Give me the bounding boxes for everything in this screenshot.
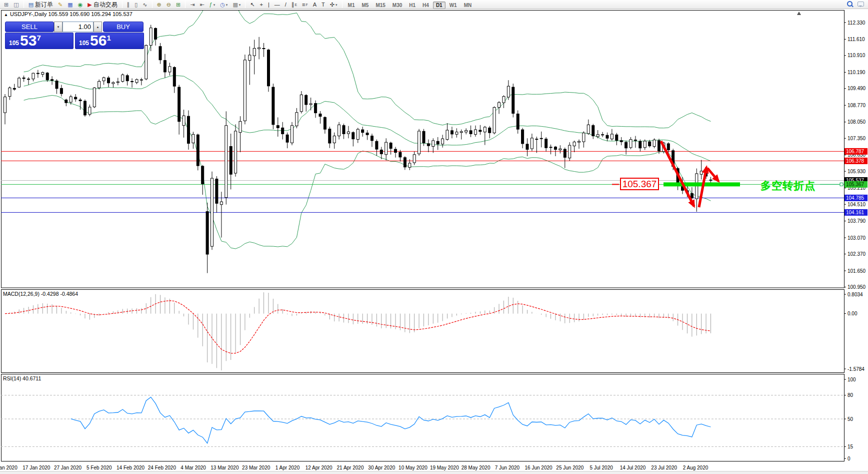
buy-button[interactable]: BUY <box>103 22 144 32</box>
fibonacci-button[interactable]: ≡F <box>300 1 310 9</box>
timeframe-m30[interactable]: M30 <box>390 2 405 9</box>
horizontal-line-button[interactable]: — <box>272 1 282 9</box>
bar-chart-icon: ∥ <box>127 1 130 9</box>
profiles-button[interactable]: ◫ <box>12 1 20 9</box>
new-order-icon: ▤ <box>28 1 34 9</box>
svg-text:100.950: 100.950 <box>848 284 866 290</box>
timeframe-d1[interactable]: D1 <box>433 2 446 9</box>
svg-text:110.910: 110.910 <box>848 53 866 58</box>
tile-windows-button[interactable]: ⊞ <box>174 1 182 9</box>
volume-input[interactable] <box>62 22 94 32</box>
text-button[interactable]: A <box>311 1 318 9</box>
equidistant-channel-button[interactable]: ∥E <box>290 1 299 9</box>
collapse-arrow-icon[interactable]: ▲ <box>4 13 8 17</box>
text-label-button[interactable]: T <box>320 1 327 9</box>
terminal-icon: ▦ <box>68 1 72 9</box>
terminal-button[interactable]: ▦ <box>66 1 74 9</box>
sell-button[interactable]: SELL <box>5 22 54 32</box>
bid-pip: 7 <box>36 34 40 42</box>
timeframe-h1[interactable]: H1 <box>406 2 418 9</box>
timeframe-h4[interactable]: H4 <box>420 2 432 9</box>
new-order-button[interactable]: ▤新订单 <box>26 1 55 9</box>
timeframe-m5[interactable]: M5 <box>358 2 372 9</box>
svg-text:104.510: 104.510 <box>848 202 866 207</box>
svg-text:106.378: 106.378 <box>846 158 864 164</box>
svg-text:5 Feb 2020: 5 Feb 2020 <box>86 465 112 470</box>
line-chart-button[interactable]: ∿ <box>140 1 149 9</box>
timeframe-m1[interactable]: M1 <box>345 2 358 9</box>
chart-shift-marker <box>797 12 801 15</box>
volume-down-stepper[interactable]: ▼ <box>54 22 62 32</box>
ask-price-panel[interactable]: 105 56 1 <box>75 33 144 49</box>
bid-price-panel[interactable]: 105 53 7 <box>5 33 74 49</box>
crosshair-button[interactable]: + <box>258 1 265 9</box>
vertical-line-button[interactable]: | <box>266 1 272 9</box>
svg-text:100: 100 <box>848 377 856 382</box>
horizontal-line-icon: — <box>274 1 280 9</box>
profiles-icon: ◫ <box>14 1 18 9</box>
search-icon[interactable] <box>847 1 852 7</box>
text-label-icon: T <box>322 1 325 9</box>
arrows-icon: ✣ <box>330 1 334 9</box>
candlestick-chart-button[interactable]: ▯ <box>132 1 140 9</box>
trendline-button[interactable]: / <box>283 1 288 9</box>
bid-prefix: 105 <box>9 40 19 47</box>
svg-text:27 Jan 2020: 27 Jan 2020 <box>54 465 82 470</box>
trend-arrows-layer[interactable] <box>661 141 718 207</box>
svg-text:0.8034: 0.8034 <box>848 292 863 297</box>
price-level-annotation[interactable]: 105.367 <box>620 178 659 190</box>
templates-button[interactable]: ▩▾ <box>230 1 242 9</box>
arrows-button[interactable]: ✣▾ <box>328 1 340 9</box>
toolbar-separator <box>245 0 246 8</box>
one-click-trading-widget: SELL ▼ ▲ BUY 105 53 7 105 56 1 <box>5 22 144 49</box>
toolbar-separator <box>342 0 342 8</box>
timeframe-mn[interactable]: MN <box>461 2 475 9</box>
svg-text:14 Jul 2020: 14 Jul 2020 <box>620 465 646 470</box>
strategy-tester-button[interactable]: ◉ <box>76 1 85 9</box>
macd-indicator-label: MACD(12,26,9) -0.4298 -0.4864 <box>3 291 78 297</box>
new-chart-button[interactable]: ⊞ <box>2 1 10 9</box>
macd-panel-frame <box>2 290 844 373</box>
crosshair-icon: + <box>260 1 263 9</box>
volume-up-stepper[interactable]: ▲ <box>94 22 102 32</box>
chat-icon[interactable] <box>858 2 864 7</box>
indicators-button[interactable]: ƒ▾ <box>208 1 218 9</box>
ohlc-values: 105.559 105.690 105.294 105.537 <box>48 11 132 17</box>
bar-chart-button[interactable]: ∥ <box>125 1 132 9</box>
zoom-out-button[interactable]: ⊖ <box>164 1 173 9</box>
trendline-icon: / <box>285 1 286 9</box>
zoom-in-button[interactable]: ⊕ <box>155 1 164 9</box>
svg-text:105.367: 105.367 <box>846 182 864 187</box>
auto-scroll-button[interactable]: ⇥ <box>188 1 196 9</box>
tile-windows-icon: ⊞ <box>176 1 180 9</box>
metaeditor-button[interactable]: ✎ <box>56 1 64 9</box>
chart-shift-icon: ⇤ <box>200 1 204 9</box>
cursor-button[interactable]: ↖ <box>248 1 256 9</box>
auto-trading-button[interactable]: ▶自动交易 <box>86 1 119 9</box>
svg-text:105.930: 105.930 <box>848 169 866 174</box>
auto-scroll-icon: ⇥ <box>190 1 194 9</box>
bid-main: 53 <box>20 33 36 48</box>
chart-title: ▲USDJPY-,Daily 105.559 105.690 105.294 1… <box>4 11 132 17</box>
svg-text:102.370: 102.370 <box>848 251 866 257</box>
svg-text:106.787: 106.787 <box>846 149 864 154</box>
timeframe-m15[interactable]: M15 <box>372 2 388 9</box>
indicators-icon: ƒ <box>210 1 212 9</box>
chart-shift-button[interactable]: ⇤ <box>198 1 206 9</box>
timeframe-w1[interactable]: W1 <box>446 2 460 9</box>
svg-text:0.00: 0.00 <box>848 311 858 316</box>
svg-text:15: 15 <box>848 444 854 449</box>
toolbar: ⊞◫▤新订单✎▦◉▶自动交易∥▯∿⊕⊖⊞⇥⇤ƒ▾◷▾▩▾↖+|—/∥E≡FAT✣… <box>0 0 868 9</box>
svg-text:111.610: 111.610 <box>848 37 865 42</box>
vertical-line-icon: | <box>268 1 270 9</box>
svg-text:80: 80 <box>848 392 854 398</box>
line-handle[interactable] <box>840 183 843 186</box>
svg-text:50: 50 <box>848 416 854 422</box>
status-strip <box>0 471 868 474</box>
ask-main: 56 <box>90 33 106 48</box>
periods-button[interactable]: ◷▾ <box>218 1 230 9</box>
svg-text:5 Jul 2020: 5 Jul 2020 <box>590 465 614 470</box>
chart-canvas[interactable]: 112.330111.610110.910110.190109.490108.7… <box>0 0 868 474</box>
pivot-annotation-text[interactable]: 多空转折点 <box>760 179 816 193</box>
svg-text:101.650: 101.650 <box>848 268 866 274</box>
